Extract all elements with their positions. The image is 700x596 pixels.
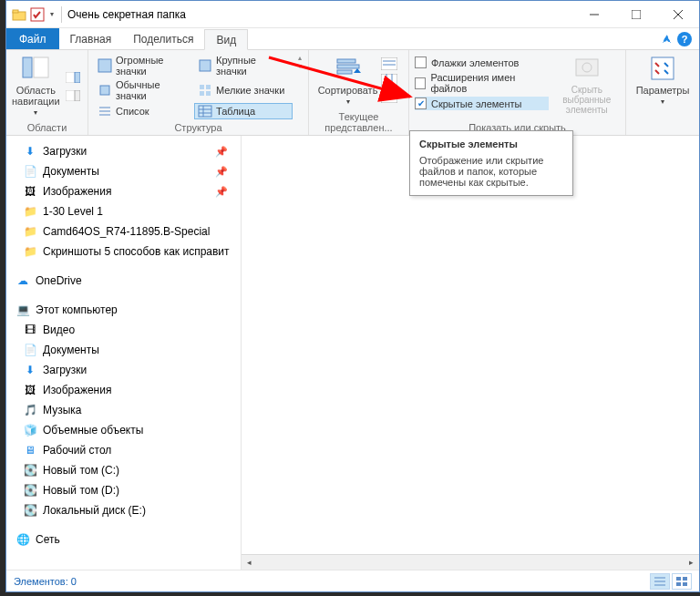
tree-item-downloads[interactable]: ⬇Загрузки: [15, 360, 241, 380]
tab-home[interactable]: Главная: [59, 28, 123, 49]
checkbox-file-extensions[interactable]: Расширения имен файлов: [415, 71, 549, 95]
tree-item-documents[interactable]: 📄Документы: [15, 340, 241, 360]
layout-large-icons[interactable]: Крупные значки: [194, 54, 293, 77]
pictures-icon: 🖼: [23, 383, 37, 397]
svg-rect-15: [100, 86, 109, 95]
ribbon-collapse-icon[interactable]: ⮝: [663, 34, 672, 44]
minimize-button[interactable]: [573, 1, 615, 28]
ribbon-group-options: Параметры ▾: [626, 50, 699, 135]
ribbon-group-panes: Область навигации ▾ Области: [6, 50, 88, 135]
group-by-icon[interactable]: [381, 57, 397, 70]
svg-rect-30: [381, 57, 397, 70]
tree-item-drive-d[interactable]: 💽Новый том (D:): [15, 480, 241, 500]
status-item-count: Элементов: 0: [14, 576, 77, 587]
objects3d-icon: 🧊: [23, 423, 37, 437]
pin-icon: 📌: [215, 186, 228, 198]
tree-item-drive-c[interactable]: 💽Новый том (C:): [15, 460, 241, 480]
size-columns-icon[interactable]: [381, 90, 397, 103]
tree-item-documents[interactable]: 📄Документы📌: [15, 161, 241, 181]
pictures-icon: 🖼: [23, 184, 37, 199]
tree-item-drive-e[interactable]: 💽Локальный диск (E:): [15, 500, 241, 520]
properties-icon[interactable]: [30, 7, 45, 22]
ribbon-group-layout: Огромные значки Крупные значки Обычные з…: [88, 50, 309, 135]
window-controls: [573, 1, 699, 28]
tab-share[interactable]: Поделиться: [122, 28, 204, 49]
sort-button[interactable]: Сортировать ▾: [321, 54, 376, 106]
hide-selected-icon: [572, 54, 602, 83]
scroll-right-button[interactable]: ▸: [684, 555, 699, 570]
tooltip-title: Скрытые элементы: [419, 139, 563, 149]
tree-item-pictures[interactable]: 🖼Изображения📌: [15, 181, 241, 201]
layout-scroll[interactable]: ▴▾: [298, 54, 302, 70]
tree-item-pictures[interactable]: 🖼Изображения: [15, 380, 241, 400]
tab-view[interactable]: Вид: [204, 29, 248, 50]
tree-item-folder[interactable]: 📁1-30 Level 1: [15, 201, 241, 221]
titlebar: ▾ Очень секретная папка: [6, 1, 699, 28]
layout-small-icons[interactable]: Мелкие значки: [194, 82, 293, 98]
preview-pane-button[interactable]: [66, 70, 82, 105]
layout-normal-icons[interactable]: Обычные значки: [94, 78, 192, 102]
tree-item-network[interactable]: 🌐Сеть: [15, 529, 241, 550]
hide-selected-label: Скрыть выбранные элементы: [554, 85, 620, 115]
drive-icon: 💽: [23, 483, 37, 498]
svg-rect-44: [683, 577, 687, 581]
svg-rect-18: [200, 91, 204, 96]
group-label: [632, 120, 694, 133]
view-thumbnails-button[interactable]: [672, 573, 692, 590]
ribbon: Область навигации ▾ Области Огромные зна…: [6, 50, 699, 136]
add-columns-icon[interactable]: [381, 74, 397, 87]
checkbox-icon: ✔: [415, 98, 427, 109]
svg-rect-27: [337, 59, 355, 63]
file-list-area[interactable]: ◂ ▸: [242, 136, 699, 570]
tree-item-music[interactable]: 🎵Музыка: [15, 400, 241, 420]
tree-item-downloads[interactable]: ⬇Загрузки📌: [15, 141, 241, 161]
folder-icon: 📁: [23, 204, 37, 219]
tree-item-onedrive[interactable]: ☁OneDrive: [15, 271, 241, 291]
svg-rect-37: [576, 59, 598, 76]
scroll-left-button[interactable]: ◂: [242, 555, 257, 570]
thumbnails-view-icon: [675, 576, 688, 587]
qat-dropdown-icon[interactable]: ▾: [48, 10, 56, 18]
desktop-icon: 🖥: [23, 443, 37, 457]
tree-item-desktop[interactable]: 🖥Рабочий стол: [15, 440, 241, 460]
svg-rect-45: [676, 582, 681, 586]
layout-table[interactable]: Таблица: [194, 103, 293, 119]
tree-item-folder[interactable]: 📁Camd64OS_R74-11895.B-Special: [15, 221, 241, 241]
tree-item-this-pc[interactable]: 💻Этот компьютер: [15, 300, 241, 320]
help-button[interactable]: ?: [677, 32, 692, 46]
tree-item-folder[interactable]: 📁Скриншоты 5 способов как исправит: [15, 241, 241, 262]
svg-rect-8: [34, 57, 48, 77]
navigation-pane-label: Область навигации: [12, 85, 60, 107]
downloads-icon: ⬇: [23, 144, 37, 159]
maximize-button[interactable]: [615, 1, 657, 28]
navigation-tree[interactable]: ⬇Загрузки📌 📄Документы📌 🖼Изображения📌 📁1-…: [6, 136, 242, 570]
chevron-down-icon: ▾: [346, 98, 350, 106]
svg-rect-28: [337, 65, 359, 68]
tree-item-3d-objects[interactable]: 🧊Объемные объекты: [15, 420, 241, 440]
svg-rect-23: [199, 106, 211, 117]
svg-rect-39: [652, 57, 674, 79]
tab-file[interactable]: Файл: [6, 28, 59, 49]
navigation-pane-button[interactable]: Область навигации ▾: [12, 54, 60, 117]
options-label: Параметры: [636, 85, 690, 96]
options-icon: [648, 54, 677, 83]
chevron-down-icon: ▾: [34, 108, 37, 117]
statusbar: Элементов: 0: [6, 570, 699, 591]
svg-rect-12: [75, 90, 80, 101]
folder-icon: 📁: [23, 224, 37, 239]
folder-icon: 📁: [23, 244, 37, 259]
svg-rect-46: [683, 582, 687, 586]
checkbox-hidden-items[interactable]: ✔Скрытые элементы: [415, 97, 549, 110]
ribbon-group-current-view: Сортировать ▾ Текущее представлен...: [309, 50, 409, 135]
layout-huge-icons[interactable]: Огромные значки: [94, 54, 192, 77]
view-details-button[interactable]: [650, 573, 670, 590]
chevron-down-icon: ▾: [661, 98, 664, 106]
options-button[interactable]: Параметры ▾: [635, 54, 690, 106]
layout-list[interactable]: Список: [94, 103, 192, 119]
tree-item-videos[interactable]: 🎞Видео: [15, 320, 241, 340]
close-button[interactable]: [657, 1, 699, 28]
svg-rect-19: [206, 91, 211, 96]
window-title: Очень секретная папка: [67, 8, 186, 21]
checkbox-item-checkboxes[interactable]: Флажки элементов: [415, 56, 549, 69]
horizontal-scrollbar[interactable]: ◂ ▸: [242, 554, 699, 570]
